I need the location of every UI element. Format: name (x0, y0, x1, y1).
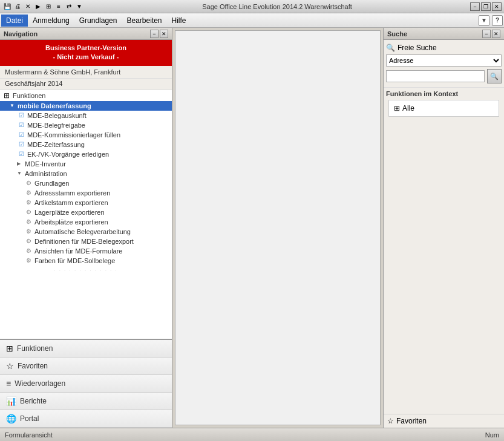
administration-arrow: ▼ (17, 171, 23, 176)
tree-label-mde-belegfreigabe: MDE-Belegfreigabe (27, 122, 85, 129)
tree-item-farben-mde[interactable]: ⚙ Farben für MDE-Sollbelege (0, 256, 172, 266)
grid-icon[interactable]: ⊞ (44, 2, 53, 11)
tree-item-mobile-datenerfassung[interactable]: ▼ mobile Datenerfassung (0, 101, 172, 111)
restore-button[interactable]: ❐ (481, 2, 491, 11)
context-header: Funktionen im Kontext (386, 90, 502, 97)
tree-item-mde-belegauskunft[interactable]: ☑ MDE-Belegauskunft (0, 111, 172, 120)
farben-icon: ⚙ (24, 257, 33, 264)
tree-label-ek-vk-vorgaenge: EK-/VK-Vorgänge erledigen (27, 151, 109, 158)
company-name: Mustermann & Söhne GmbH, Frankfurt (0, 66, 172, 79)
dropdown-arrow-btn[interactable]: ▼ (479, 15, 489, 26)
center-panel (175, 30, 381, 425)
arrows-icon[interactable]: ⇄ (64, 2, 74, 11)
tree-item-mde-inventur[interactable]: ▶ MDE-Inventur (0, 159, 172, 169)
bottom-nav-funktionen[interactable]: ⊞ Funktionen (0, 340, 172, 358)
dropdown-icon[interactable]: ▼ (74, 2, 84, 11)
nav-header-buttons: − ✕ (150, 30, 168, 38)
tree-item-ek-vk-vorgaenge[interactable]: ☑ EK-/VK-Vorgänge erledigen (0, 149, 172, 159)
nav-title: Navigation (4, 30, 38, 38)
right-panel-btns: − ✕ (482, 30, 500, 38)
right-pin-button[interactable]: − (482, 30, 491, 38)
tree-item-automatische-belegverarbeitung[interactable]: ⚙ Automatische Belegverarbeitung (0, 227, 172, 237)
minimize-button[interactable]: − (470, 2, 480, 11)
tree-label-grundlagen: Grundlagen (34, 180, 70, 187)
title-bar-left: 💾 🖨 ✕ ▶ ⊞ ≡ ⇄ ▼ (2, 2, 84, 11)
search-type-dropdown[interactable]: Adresse (386, 54, 502, 67)
tree-item-administration[interactable]: ▼ Administration (0, 169, 172, 178)
right-close-button[interactable]: ✕ (492, 30, 500, 38)
tree-item-mde-zeiterfassung[interactable]: ☑ MDE-Zeiterfassung (0, 140, 172, 149)
tree-func-icon: ⊞ (2, 91, 11, 100)
tree-label-definitionen-mde: Definitionen für MDE-Belegexport (34, 238, 134, 245)
favorites-star-icon: ☆ (387, 417, 394, 425)
tree-label-farben-mde: Farben für MDE-Sollbelege (34, 257, 115, 264)
nav-promo-banner: Business Partner-Version - Nicht zum Ver… (0, 40, 172, 66)
search-dropdown-wrapper: Adresse (386, 54, 502, 67)
window-title: Sage Office Line Evolution 2014.2 Warenw… (84, 3, 470, 10)
tree-label-mde-kommissionierlager: MDE-Kommissionierlager füllen (27, 131, 120, 139)
status-bar: Formularansicht Num (0, 428, 504, 441)
close-icon-tb[interactable]: ✕ (23, 2, 33, 11)
lagerplaetze-icon: ⚙ (24, 209, 33, 215)
bottom-nav-favoriten[interactable]: ☆ Favoriten (0, 358, 172, 375)
ansichten-icon: ⚙ (24, 247, 33, 254)
close-button[interactable]: ✕ (492, 2, 502, 11)
main-layout: Navigation − ✕ Business Partner-Version … (0, 28, 504, 428)
menu-bearbeiten[interactable]: Bearbeiten (122, 15, 166, 27)
save-icon[interactable]: 💾 (2, 2, 12, 11)
tree-separator: . . . . . . . . . . . . . (0, 266, 172, 272)
search-input[interactable] (386, 70, 485, 82)
right-panel: Suche − ✕ 🔍 Freie Suche Adresse 🔍 (383, 28, 504, 428)
tree-item-arbeitsplaetze[interactable]: ⚙ Arbeitsplätze exportieren (0, 217, 172, 227)
tree-item-funktionen-root[interactable]: ⊞ Funktionen (0, 90, 172, 101)
favorites-section[interactable]: ☆ Favoriten (384, 414, 504, 428)
wiedervorlagen-nav-icon: ≡ (6, 379, 11, 388)
nav-close-button[interactable]: ✕ (160, 30, 168, 38)
tree-item-definitionen-mde[interactable]: ⚙ Definitionen für MDE-Belegexport (0, 237, 172, 246)
tree-label-mde-zeiterfassung: MDE-Zeiterfassung (27, 141, 85, 148)
menu-anmeldung[interactable]: Anmeldung (28, 15, 74, 27)
bottom-nav-label-funktionen: Funktionen (17, 344, 53, 353)
nav-pin-button[interactable]: − (150, 30, 159, 38)
right-panel-title: Suche (387, 30, 407, 38)
bottom-nav-portal[interactable]: 🌐 Portal (0, 410, 172, 428)
menu-bar-right: ▼ ? (479, 15, 503, 26)
tree-item-grundlagen[interactable]: ⚙ Grundlagen (0, 178, 172, 188)
berichte-nav-icon: 📊 (6, 396, 16, 406)
mde-inventur-arrow: ▶ (17, 161, 23, 166)
mde-zeiterfassung-icon: ☑ (17, 141, 25, 148)
tree-item-adressstamm[interactable]: ⚙ Adressstamm exportieren (0, 188, 172, 198)
table-icon[interactable]: ≡ (54, 2, 64, 11)
tree-arrow-mobile: ▼ (10, 103, 16, 108)
forward-icon[interactable]: ▶ (33, 2, 43, 11)
tree-item-artikelstamm[interactable]: ⚙ Artikelstamm exportieren (0, 198, 172, 207)
status-right-text: Num (485, 431, 499, 439)
menu-hilfe[interactable]: Hilfe (167, 15, 191, 27)
fiscal-year: Geschäftsjahr 2014 (0, 79, 172, 90)
menu-grundlagen[interactable]: Grundlagen (74, 15, 122, 27)
bottom-nav-label-wiedervorlagen: Wiedervorlagen (15, 379, 65, 388)
tree-item-lagerplaetze[interactable]: ⚙ Lagerplätze exportieren (0, 207, 172, 217)
context-item-alle[interactable]: ⊞ Alle (391, 103, 496, 114)
definitionen-icon: ⚙ (24, 238, 33, 244)
tree-label-administration: Administration (25, 170, 67, 177)
bottom-nav-berichte[interactable]: 📊 Berichte (0, 393, 172, 410)
status-left-text: Formularansicht (5, 431, 53, 439)
bottom-nav-label-favoriten: Favoriten (18, 362, 48, 370)
print-icon[interactable]: 🖨 (13, 2, 22, 11)
freie-suche-label: Freie Suche (398, 44, 437, 52)
search-execute-button[interactable]: 🔍 (487, 69, 502, 83)
title-bar: 💾 🖨 ✕ ▶ ⊞ ≡ ⇄ ▼ Sage Office Line Evoluti… (0, 0, 504, 13)
grundlagen-icon: ⚙ (24, 180, 33, 186)
promo-line1: Business Partner-Version (5, 44, 167, 53)
tree-item-mde-belegfreigabe[interactable]: ☑ MDE-Belegfreigabe (0, 120, 172, 130)
tree-item-ansichten-mde[interactable]: ⚙ Ansichten für MDE-Formulare (0, 246, 172, 256)
adressstamm-icon: ⚙ (24, 189, 33, 196)
context-panel: ⊞ Alle (388, 100, 499, 117)
menu-datei[interactable]: Datei (1, 15, 28, 27)
tree-item-mde-kommissionierlager[interactable]: ☑ MDE-Kommissionierlager füllen (0, 130, 172, 140)
ek-vk-icon: ☑ (17, 151, 25, 157)
help-button[interactable]: ? (492, 15, 503, 26)
bottom-nav-wiedervorlagen[interactable]: ≡ Wiedervorlagen (0, 375, 172, 393)
alle-icon: ⊞ (394, 104, 400, 113)
